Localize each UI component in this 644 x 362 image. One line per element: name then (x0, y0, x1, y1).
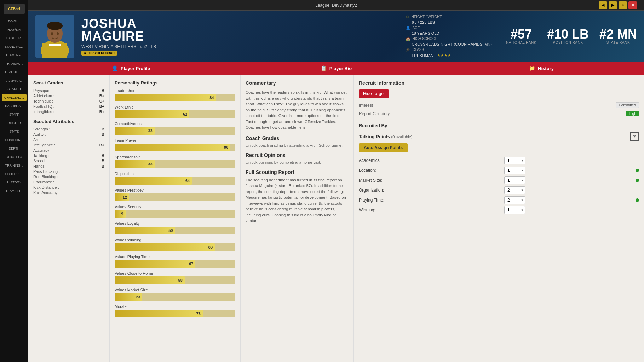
scouted-attribute-item: Hands : B (33, 164, 104, 168)
sidebar-item-roster[interactable]: ROSTER (2, 119, 27, 127)
scouted-attribute-item: Arm : (33, 138, 104, 142)
next-button[interactable]: ▶ (609, 1, 617, 9)
player-team: WEST VIRGINIA SETTLERS - #52 - LB (81, 44, 399, 49)
personality-bar: Morale 73 (115, 304, 235, 317)
tab-bar: 👤 Player Profile 📋 Player Bio 📁 History (28, 62, 644, 75)
interest-label: Interest (359, 103, 373, 108)
sidebar-item-schedule[interactable]: SCHEDUL... (2, 170, 27, 177)
close-button[interactable]: ✕ (628, 1, 637, 9)
personality-bar: Values Security 9 (115, 205, 235, 218)
talking-point-row: Winning: 123 (359, 206, 639, 214)
player-age: 18 YEARS OLD (412, 31, 439, 35)
personality-label: Values Security (115, 205, 235, 209)
point-select[interactable]: 123 (504, 196, 525, 204)
personality-fill: 33 (115, 127, 155, 135)
personality-value: 96 (224, 145, 228, 150)
personality-track: 73 (115, 310, 235, 317)
sidebar-item-almanac[interactable]: ALMANAC (2, 77, 27, 84)
sidebar-item-team[interactable]: TEAM INF... (2, 52, 27, 59)
sidebar-item-challenge[interactable]: CHALLENG... (2, 94, 27, 101)
personality-value: 62 (183, 112, 187, 116)
scouted-attribute-item: Kick Distance : (33, 185, 104, 189)
green-dot-icon (636, 169, 639, 172)
personality-track: 96 (115, 144, 235, 151)
sidebar-item-transactions[interactable]: TRANSAC... (2, 60, 27, 67)
scouted-attribute-item: Strength : B (33, 127, 104, 131)
personality-value: 33 (148, 162, 152, 166)
personality-fill: 9 (115, 210, 126, 218)
point-select[interactable]: 123 (504, 176, 525, 184)
sidebar-item-teamcoach[interactable]: TEAM CO... (2, 187, 27, 194)
sidebar-item-standings[interactable]: STANDING... (2, 43, 27, 50)
personality-bar: Values Loyalty 50 (115, 221, 235, 234)
certainty-label: Report Certainty (359, 111, 390, 116)
recruit-info-title: Recruit Information (359, 80, 639, 86)
sidebar-item-leagueleaders[interactable]: LEAGUE L... (2, 69, 27, 76)
panel-commentary: Commentary Coaches love the leadership s… (241, 75, 354, 362)
recruit-opinions-title: Recruit Opinions (246, 152, 349, 158)
player-stars: ★★★★ (437, 53, 451, 58)
sidebar-item-bowl[interactable]: BOWL... (2, 18, 27, 25)
point-label: Market Size: (359, 178, 394, 183)
personality-label: Values Loyalty (115, 221, 235, 226)
class-icon: 🎓 (406, 48, 410, 52)
personality-track: 58 (115, 276, 235, 284)
recruit-badge: ★ TOP-200 RECRUIT (81, 51, 117, 56)
point-select[interactable]: 123 (504, 186, 525, 194)
point-select-wrapper: 123 (504, 206, 525, 214)
sidebar-item-staff[interactable]: STAFF (2, 111, 27, 118)
coach-grades-title: Coach Grades (246, 135, 349, 141)
sidebar-item-strategy[interactable]: STRATEGY (2, 153, 27, 160)
sidebar-item-playsim[interactable]: PLAY/SIM (2, 26, 27, 33)
sidebar-item-search[interactable]: SEARCH (2, 86, 27, 93)
sidebar-item-depth[interactable]: DEPTH (2, 145, 27, 152)
panel-recruit-info: Recruit Information Hide Target Interest… (354, 75, 644, 362)
tab-profile[interactable]: 👤 Player Profile (28, 62, 234, 75)
personality-track: 9 (115, 210, 235, 218)
sidebar-item-training[interactable]: TRAINING... (2, 162, 27, 169)
point-select[interactable]: 123 (504, 157, 525, 164)
personality-bar: Values Playing Time 67 (115, 255, 235, 268)
age-icon: 👤 (406, 26, 410, 30)
state-rank: #2 MN STATE RANK (599, 28, 637, 45)
sidebar-item-history[interactable]: HISTORY (2, 179, 27, 186)
history-tab-icon: 📁 (529, 65, 535, 71)
point-select[interactable]: 123 (504, 206, 525, 214)
point-select[interactable]: 123 (504, 167, 525, 174)
height-icon: ⚖ (406, 15, 409, 19)
player-details: ⚖ HEIGHT / WEIGHT 6'3 / 223 LBS 👤 AGE 18… (406, 15, 492, 58)
personality-fill: 23 (115, 293, 142, 301)
scouted-attribute-item: Run Blocking : (33, 175, 104, 179)
national-rank: #57 NATIONAL RANK (506, 28, 536, 45)
edit-button[interactable]: ✎ (619, 1, 627, 9)
prev-button[interactable]: ◀ (599, 1, 607, 9)
certainty-value: High (626, 111, 639, 116)
tab-history[interactable]: 📁 History (439, 62, 644, 75)
school-icon: 🏫 (406, 37, 410, 41)
state-rank-number: #2 MN (599, 28, 637, 41)
tab-bio-label: Player Bio (329, 66, 352, 71)
sidebar-item-stats[interactable]: STATS (2, 128, 27, 135)
personality-label: Values Close to Home (115, 271, 235, 275)
sidebar-item-dashboard[interactable]: DASHBOA... (2, 103, 27, 110)
personality-value: 12 (123, 195, 127, 199)
sidebar-item-positions[interactable]: POSITION... (2, 136, 27, 144)
hide-target-button[interactable]: Hide Target (359, 89, 389, 98)
green-dot-icon (636, 198, 639, 202)
player-info: JOSHUA MAGUIRE WEST VIRGINIA SETTLERS - … (81, 17, 399, 56)
scout-grade-item: Football IQ : B+ (33, 104, 104, 109)
position-rank-number: #10 LB (547, 28, 589, 41)
interest-value: Committed (616, 102, 639, 108)
sidebar-item-league[interactable]: LEAGUE M... (2, 35, 27, 42)
sidebar: CFBhrl BOWL... PLAY/SIM LEAGUE M... STAN… (0, 0, 28, 362)
auto-assign-button[interactable]: Auto Assign Points (359, 143, 408, 152)
tab-bio[interactable]: 📋 Player Bio (234, 62, 439, 75)
talking-point-row: Playing Time: 123 (359, 196, 639, 204)
svg-point-5 (51, 32, 53, 35)
league-title: League: DevDynasty2 (315, 3, 357, 8)
certainty-row: Report Certainty High (359, 111, 639, 116)
player-avatar (35, 15, 74, 58)
help-button[interactable]: ? (630, 132, 639, 141)
national-rank-number: #57 (506, 28, 536, 41)
personality-track: 33 (115, 160, 235, 168)
